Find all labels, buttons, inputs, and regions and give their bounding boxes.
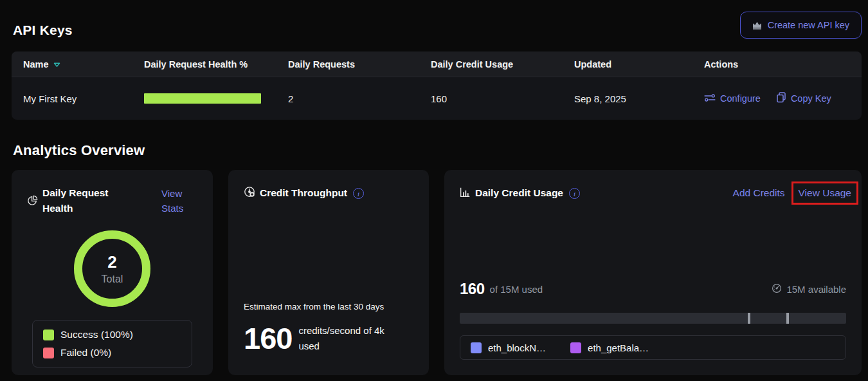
info-icon[interactable]: i — [353, 188, 364, 199]
donut-total-label: Total — [102, 274, 123, 285]
card-title: Credit Throughput — [260, 185, 347, 201]
health-legend: Success (100%) Failed (0%) — [32, 320, 192, 367]
usage-card-links: Add Credits View Usage — [733, 187, 846, 199]
legend-item-eth-getbalance: eth_getBala… — [570, 342, 649, 353]
sort-icon[interactable] — [53, 59, 60, 70]
table-header-row: Name Daily Request Health % Daily Reques… — [12, 51, 862, 77]
daily-credit-usage-cell: 160 — [419, 93, 563, 104]
progress-tick — [748, 313, 750, 324]
donut-ring: 2 Total — [74, 230, 150, 307]
add-credits-link[interactable]: Add Credits — [733, 187, 785, 199]
credit-usage-progress-bar — [460, 313, 846, 324]
eth-getbalance-label: eth_getBala… — [588, 342, 649, 353]
progress-tick — [786, 313, 789, 324]
donut-total-value: 2 — [107, 252, 116, 272]
success-swatch — [43, 330, 54, 340]
card-title: Daily Request Health — [42, 185, 118, 216]
usage-legend: eth_blockN… eth_getBala… — [460, 335, 846, 360]
eth-blocknumber-swatch — [471, 342, 482, 353]
table-row: My First Key 2 160 Sep 8, 2025 Configure — [12, 77, 862, 120]
usage-stats-row: 160 of 15M used 15M available — [460, 280, 846, 298]
annotation-highlight-box: View Usage — [791, 181, 858, 205]
crown-icon — [752, 21, 762, 30]
key-name-cell: My First Key — [12, 93, 132, 104]
success-label: Success (100%) — [60, 329, 133, 340]
daily-credit-usage-card: Daily Credit Usage i Add Credits View Us… — [444, 170, 862, 375]
health-donut-chart: 2 Total — [27, 230, 197, 307]
throughput-subtitle: Estimated max from the last 30 days — [244, 302, 413, 311]
create-api-key-button[interactable]: Create new API key — [740, 12, 862, 39]
view-usage-link[interactable]: View Usage — [799, 187, 851, 198]
info-icon[interactable]: i — [569, 188, 580, 199]
health-bar — [144, 93, 261, 104]
updated-cell: Sep 8, 2025 — [563, 93, 692, 104]
analytics-cards: Daily Request Health View Stats 2 Total … — [12, 170, 862, 375]
card-header: Credit Throughput i — [244, 185, 413, 201]
credits-used-suffix: of 15M used — [490, 284, 543, 295]
column-header-updated: Updated — [563, 59, 692, 70]
legend-item-failed: Failed (0%) — [43, 347, 181, 358]
dial-icon — [772, 283, 782, 295]
bar-chart-icon — [460, 187, 471, 200]
gauge-icon — [244, 186, 255, 200]
card-title: Daily Credit Usage — [475, 185, 563, 201]
throughput-value-row: 160 credits/second of 4k used — [244, 321, 413, 356]
credits-available: 15M available — [772, 283, 846, 295]
eth-blocknumber-label: eth_blockN… — [488, 342, 546, 353]
throughput-value: 160 — [244, 321, 292, 356]
copy-key-link[interactable]: Copy Key — [776, 92, 831, 105]
view-stats-link[interactable]: View Stats — [161, 186, 197, 216]
card-header: Daily Request Health View Stats — [27, 185, 197, 216]
card-header: Daily Credit Usage i Add Credits View Us… — [460, 185, 846, 201]
dashboard-page: API Keys Create new API key Name Daily R… — [0, 0, 868, 375]
topbar: API Keys Create new API key — [12, 0, 862, 39]
legend-item-success: Success (100%) — [43, 329, 181, 340]
failed-label: Failed (0%) — [60, 347, 111, 358]
actions-cell: Configure Copy Key — [692, 92, 862, 105]
column-header-name[interactable]: Name — [12, 59, 132, 70]
credit-throughput-card: Credit Throughput i Estimated max from t… — [228, 170, 429, 375]
api-keys-table: Name Daily Request Health % Daily Reques… — [12, 51, 862, 120]
throughput-unit: credits/second of 4k used — [298, 323, 408, 354]
column-header-health: Daily Request Health % — [132, 59, 276, 70]
failed-swatch — [43, 348, 54, 358]
configure-link[interactable]: Configure — [704, 93, 761, 104]
pie-chart-icon — [27, 195, 38, 209]
daily-requests-cell: 2 — [276, 93, 419, 104]
copy-icon — [776, 92, 786, 105]
page-title: API Keys — [13, 23, 73, 39]
column-header-actions: Actions — [692, 59, 862, 70]
copy-key-label: Copy Key — [791, 93, 831, 104]
configure-label: Configure — [720, 93, 761, 104]
credits-available-label: 15M available — [786, 284, 846, 295]
create-api-key-label: Create new API key — [768, 20, 849, 30]
column-header-credit-usage: Daily Credit Usage — [419, 59, 563, 70]
credits-used-value: 160 — [460, 280, 485, 298]
sliders-icon — [704, 93, 716, 104]
health-cell — [132, 93, 276, 104]
eth-getbalance-swatch — [570, 342, 581, 353]
daily-request-health-card: Daily Request Health View Stats 2 Total … — [12, 170, 213, 375]
analytics-heading: Analytics Overview — [13, 142, 862, 159]
column-header-requests: Daily Requests — [276, 59, 419, 70]
legend-item-eth-blocknumber: eth_blockN… — [471, 342, 546, 353]
